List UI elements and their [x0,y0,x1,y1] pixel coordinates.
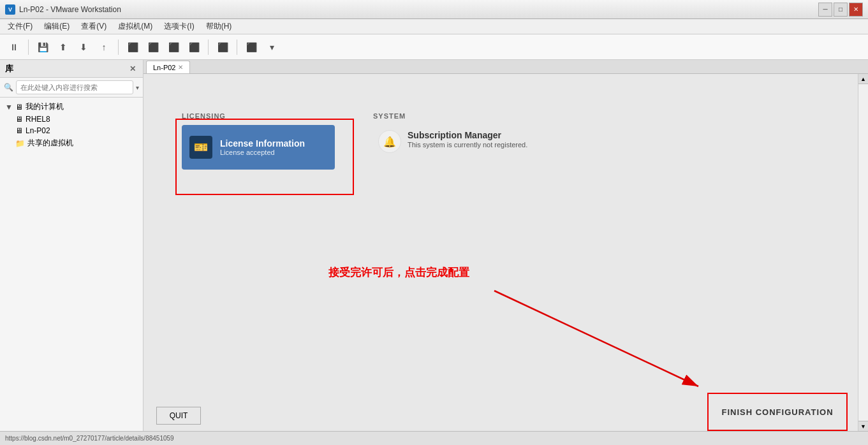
toolbar: ⏸ 💾 ⬆ ⬇ ↑ ⬛ ⬛ ⬛ ⬛ ⬛ ⬛ ▾ [0,34,868,60]
close-button[interactable]: ✕ [849,3,863,17]
right-panel: Ln-P02 ✕ LICENSING 🎫 [143,60,868,431]
minimize-button[interactable]: ─ [818,3,832,17]
sidebar-header: 库 ✕ [0,60,143,78]
subscription-text: Subscription Manager This system is curr… [408,130,527,150]
subscription-icon: 🔔 [378,130,401,153]
toolbar-btn-6[interactable]: ⬛ [124,38,142,57]
toolbar-btn-8[interactable]: ⬛ [165,38,182,57]
licensing-group: LICENSING 🎫 License Information License … [182,112,335,170]
system-group: SYSTEM 🔔 Subscription Manager This syste… [373,112,533,170]
system-label: SYSTEM [373,112,533,120]
toolbar-sep-2 [118,40,119,55]
tree-item-ln-p02[interactable]: 🖥 Ln-P02 [10,125,143,136]
licensing-label: LICENSING [182,112,335,120]
menu-help[interactable]: 帮助(H) [201,20,237,33]
main-layout: 库 ✕ 🔍 ▾ ▼ 🖥 我的计算机 🖥 RHEL8 🖥 Ln-P02 [0,60,868,431]
tree-my-computer-label: 我的计算机 [26,101,64,112]
scrollbar[interactable]: ▲ ▼ [858,74,868,431]
menu-file[interactable]: 文件(F) [3,20,38,33]
menubar: 文件(F) 编辑(E) 查看(V) 虚拟机(M) 选项卡(I) 帮助(H) [0,19,868,34]
svg-line-1 [494,291,698,386]
license-title: License Information [220,138,305,149]
toolbar-pause-btn[interactable]: ⏸ [5,38,23,57]
toolbar-sep-4 [237,40,237,55]
vm-icon-rhel8: 🖥 [15,115,23,124]
tree-item-rhel8[interactable]: 🖥 RHEL8 [10,113,143,125]
tree-item-shared-vms[interactable]: 📁 共享的虚拟机 [10,136,143,150]
vm-icon-ln-p02: 🖥 [15,126,23,135]
search-bar: 🔍 ▾ [0,78,143,98]
search-input[interactable] [16,80,133,94]
toolbar-btn-11[interactable]: ⬛ [242,38,260,57]
menu-tabs[interactable]: 选项卡(I) [159,20,199,33]
toolbar-btn-10[interactable]: ⬛ [214,38,232,57]
maximize-button[interactable]: □ [834,3,848,17]
vm-tab-label: Ln-P02 [153,64,175,71]
sidebar: 库 ✕ 🔍 ▾ ▼ 🖥 我的计算机 🖥 RHEL8 🖥 Ln-P02 [0,60,143,431]
tree-item-ln-p02-label: Ln-P02 [26,126,50,135]
title-text: Ln-P02 - VMware Workstation [19,5,121,14]
annotation-text: 接受完许可后，点击完成配置 [328,265,469,280]
statusbar: https://blog.csdn.net/m0_27270177/articl… [0,431,868,445]
license-subtitle: License accepted [220,149,305,156]
scroll-down-button[interactable]: ▼ [858,421,868,431]
sections-row: LICENSING 🎫 License Information License … [182,112,858,170]
license-text: License Information License accepted [220,138,305,156]
toolbar-btn-4[interactable]: ⬇ [75,38,92,57]
licensing-card-wrapper: 🎫 License Information License accepted [182,125,335,170]
toolbar-sep-3 [208,40,209,55]
folder-icon: 📁 [15,139,25,148]
sidebar-title: 库 [5,63,13,75]
scroll-track [858,84,868,421]
expand-icon: ▼ [5,103,13,112]
toolbar-btn-3[interactable]: ⬆ [54,38,72,57]
license-icon: 🎫 [189,136,212,159]
scroll-up-button[interactable]: ▲ [858,74,868,84]
search-dropdown-arrow[interactable]: ▾ [136,84,139,91]
app-icon: V [5,4,15,15]
license-card[interactable]: 🎫 License Information License accepted [182,125,335,170]
config-area: LICENSING 🎫 License Information License … [143,74,858,431]
tree-item-shared-label: 共享的虚拟机 [27,138,73,149]
toolbar-btn-2[interactable]: 💾 [34,38,52,57]
menu-vm[interactable]: 虚拟机(M) [113,20,158,33]
menu-edit[interactable]: 编辑(E) [39,20,75,33]
toolbar-btn-5[interactable]: ↑ [95,38,113,57]
subscription-card[interactable]: 🔔 Subscription Manager This system is cu… [373,125,533,158]
tree-my-computer[interactable]: ▼ 🖥 我的计算机 [0,100,143,113]
toolbar-btn-9[interactable]: ⬛ [185,38,203,57]
vm-tab-bar: Ln-P02 ✕ [143,60,868,74]
titlebar-left: V Ln-P02 - VMware Workstation [5,4,121,15]
tree-node-vms: 🖥 RHEL8 🖥 Ln-P02 📁 共享的虚拟机 [0,113,143,150]
toolbar-btn-12[interactable]: ▾ [263,38,281,57]
vm-tab-close-button[interactable]: ✕ [178,64,183,71]
subscription-description: This system is currently not registered. [408,140,527,150]
vm-tab-ln-p02[interactable]: Ln-P02 ✕ [146,61,190,73]
toolbar-sep-1 [28,40,29,55]
titlebar: V Ln-P02 - VMware Workstation ─ □ ✕ [0,0,868,19]
status-url: https://blog.csdn.net/m0_27270177/articl… [5,435,174,442]
menu-view[interactable]: 查看(V) [76,20,112,33]
tree-item-rhel8-label: RHEL8 [26,115,50,124]
vm-content: LICENSING 🎫 License Information License … [143,74,868,431]
sidebar-close-button[interactable]: ✕ [128,64,138,74]
toolbar-btn-7[interactable]: ⬛ [144,38,162,57]
tree-computer-icon: 🖥 [15,103,23,112]
titlebar-controls[interactable]: ─ □ ✕ [818,3,863,17]
quit-button[interactable]: QUIT [156,407,201,425]
finish-configuration-button[interactable]: FINISH CONFIGURATION [707,393,848,431]
subscription-title: Subscription Manager [408,130,527,140]
vm-tree: ▼ 🖥 我的计算机 🖥 RHEL8 🖥 Ln-P02 📁 共享的虚拟机 [0,98,143,431]
search-icon: 🔍 [4,83,13,92]
